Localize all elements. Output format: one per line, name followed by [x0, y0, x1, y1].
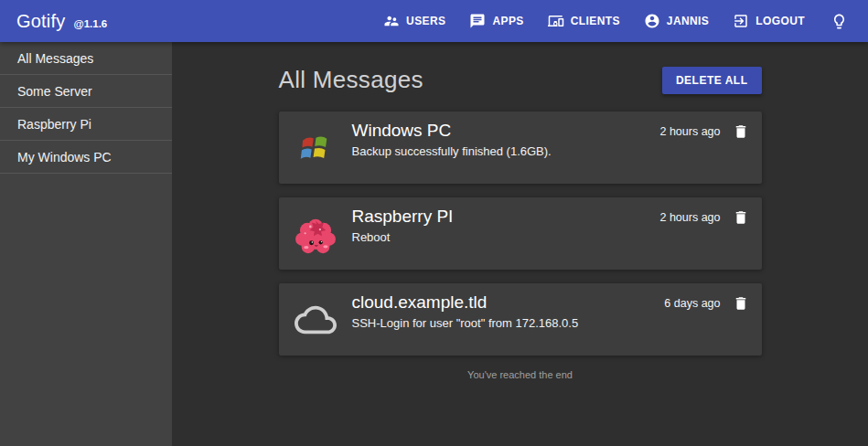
sidebar-item-some-server[interactable]: Some Server — [0, 75, 172, 108]
message-timestamp: 2 hours ago — [659, 211, 720, 224]
header-nav: USERS APPS CLIENTS JANNIS LOGOUT — [374, 5, 855, 37]
sidebar-item-all-messages[interactable]: All Messages — [0, 42, 172, 75]
message-card: Windows PC Backup successfully finished … — [279, 112, 762, 184]
sidebar-item-label: My Windows PC — [17, 150, 112, 165]
nav-logout-label: LOGOUT — [755, 15, 805, 27]
nav-users-label: USERS — [406, 15, 445, 27]
nav-username-label: JANNIS — [667, 15, 709, 27]
chat-icon — [469, 13, 486, 29]
account-circle-icon — [644, 13, 660, 29]
sidebar-item-label: All Messages — [17, 51, 93, 66]
trash-icon — [733, 209, 749, 226]
main-content: All Messages DELETE ALL Windows PC Backu… — [172, 42, 868, 446]
nav-user-account-button[interactable]: JANNIS — [635, 5, 718, 37]
sidebar-item-label: Raspberry Pi — [17, 117, 91, 132]
windows-logo-icon — [290, 129, 341, 167]
message-body: Backup successfully finished (1.6GB). — [352, 144, 552, 158]
delete-message-button[interactable] — [731, 207, 751, 228]
devices-icon — [548, 13, 564, 29]
theme-toggle-button[interactable] — [820, 7, 855, 36]
trash-icon — [733, 123, 749, 140]
logout-icon — [733, 13, 749, 29]
raspberry-icon — [290, 210, 341, 258]
sidebar-item-my-windows-pc[interactable]: My Windows PC — [0, 141, 172, 174]
app-title: Gotify — [16, 11, 65, 32]
delete-message-button[interactable] — [731, 293, 751, 313]
message-list: Windows PC Backup successfully finished … — [279, 112, 762, 356]
app-header: Gotify @1.1.6 USERS APPS CLIENTS JANNIS — [0, 0, 868, 42]
trash-icon — [733, 295, 749, 312]
app-version: @1.1.6 — [73, 18, 107, 29]
nav-apps-label: APPS — [492, 15, 523, 27]
nav-clients-button[interactable]: CLIENTS — [539, 5, 629, 37]
sidebar: All Messages Some Server Raspberry Pi My… — [0, 42, 172, 446]
message-card: Raspberry PI Reboot 2 hours ago — [279, 197, 762, 270]
lightbulb-icon — [830, 13, 848, 30]
delete-message-button[interactable] — [731, 122, 751, 142]
message-timestamp: 2 hours ago — [659, 125, 720, 138]
nav-clients-label: CLIENTS — [571, 15, 620, 27]
message-title: Raspberry PI — [352, 207, 454, 227]
message-title: Windows PC — [352, 121, 552, 141]
cloud-icon — [290, 299, 341, 341]
message-card: cloud.example.tld SSH-Login for user "ro… — [279, 283, 762, 356]
title-row: All Messages DELETE ALL — [279, 66, 762, 94]
message-title: cloud.example.tld — [352, 292, 579, 313]
nav-logout-button[interactable]: LOGOUT — [723, 5, 814, 37]
page-title: All Messages — [279, 66, 423, 94]
message-body: Reboot — [352, 230, 454, 244]
message-body: SSH-Login for user "root" from 172.168.0… — [352, 316, 579, 330]
nav-apps-button[interactable]: APPS — [460, 5, 532, 37]
nav-users-button[interactable]: USERS — [374, 5, 455, 37]
message-timestamp: 6 days ago — [664, 297, 720, 310]
brand: Gotify @1.1.6 — [16, 11, 107, 32]
end-of-list-text: You've reached the end — [279, 369, 762, 380]
sidebar-item-label: Some Server — [17, 84, 92, 99]
users-icon — [383, 13, 400, 29]
delete-all-button[interactable]: DELETE ALL — [662, 67, 762, 94]
sidebar-item-raspberry-pi[interactable]: Raspberry Pi — [0, 108, 172, 141]
